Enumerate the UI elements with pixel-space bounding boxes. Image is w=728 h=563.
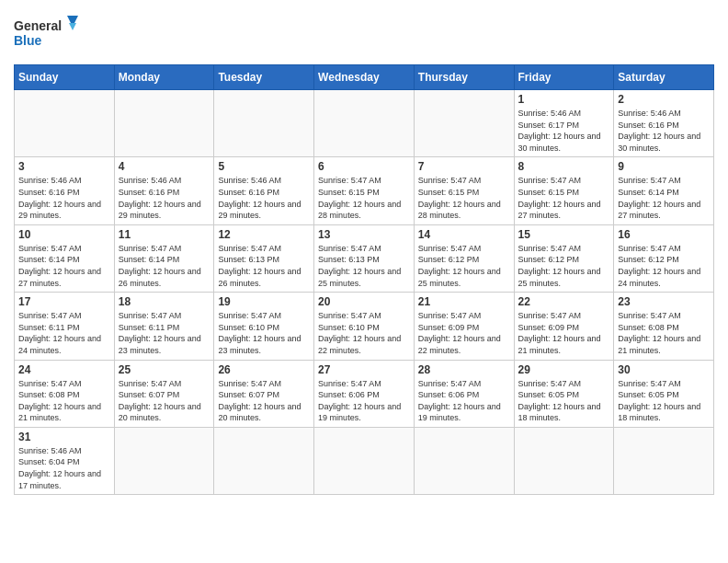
day-info: Sunrise: 5:47 AM Sunset: 6:12 PM Dayligh… [418, 243, 510, 289]
table-row [214, 90, 314, 157]
header-monday: Monday [114, 65, 214, 90]
day-number: 2 [618, 93, 710, 106]
day-info: Sunrise: 5:47 AM Sunset: 6:09 PM Dayligh… [518, 310, 610, 356]
day-info: Sunrise: 5:47 AM Sunset: 6:07 PM Dayligh… [119, 378, 210, 424]
table-row: 10Sunrise: 5:47 AM Sunset: 6:14 PM Dayli… [15, 224, 115, 292]
day-info: Sunrise: 5:47 AM Sunset: 6:06 PM Dayligh… [318, 378, 410, 424]
header-tuesday: Tuesday [214, 65, 314, 90]
calendar-week-row: 1Sunrise: 5:46 AM Sunset: 6:17 PM Daylig… [15, 90, 714, 157]
day-info: Sunrise: 5:47 AM Sunset: 6:13 PM Dayligh… [318, 243, 410, 289]
day-info: Sunrise: 5:47 AM Sunset: 6:06 PM Dayligh… [418, 378, 510, 424]
day-number: 19 [218, 295, 310, 308]
day-number: 3 [18, 160, 110, 173]
table-row: 30Sunrise: 5:47 AM Sunset: 6:05 PM Dayli… [614, 360, 714, 427]
day-number: 1 [518, 93, 610, 106]
table-row: 3Sunrise: 5:46 AM Sunset: 6:16 PM Daylig… [15, 157, 115, 224]
table-row: 23Sunrise: 5:47 AM Sunset: 6:08 PM Dayli… [614, 293, 714, 360]
calendar-week-row: 24Sunrise: 5:47 AM Sunset: 6:08 PM Dayli… [15, 360, 714, 427]
header-sunday: Sunday [15, 65, 115, 90]
table-row: 26Sunrise: 5:47 AM Sunset: 6:07 PM Dayli… [214, 360, 314, 427]
table-row: 31Sunrise: 5:46 AM Sunset: 6:04 PM Dayli… [15, 427, 115, 494]
calendar-table: Sunday Monday Tuesday Wednesday Thursday… [14, 64, 714, 495]
day-info: Sunrise: 5:47 AM Sunset: 6:15 PM Dayligh… [318, 175, 410, 221]
day-number: 8 [518, 160, 610, 173]
header-thursday: Thursday [414, 65, 514, 90]
table-row: 2Sunrise: 5:46 AM Sunset: 6:16 PM Daylig… [614, 90, 714, 157]
table-row: 22Sunrise: 5:47 AM Sunset: 6:09 PM Dayli… [514, 293, 614, 360]
table-row: 5Sunrise: 5:46 AM Sunset: 6:16 PM Daylig… [214, 157, 314, 224]
table-row: 14Sunrise: 5:47 AM Sunset: 6:12 PM Dayli… [414, 224, 514, 292]
day-number: 14 [418, 228, 510, 241]
table-row [414, 90, 514, 157]
day-info: Sunrise: 5:47 AM Sunset: 6:05 PM Dayligh… [618, 378, 710, 424]
day-number: 4 [119, 160, 210, 173]
day-info: Sunrise: 5:47 AM Sunset: 6:14 PM Dayligh… [119, 243, 210, 289]
header-wednesday: Wednesday [314, 65, 415, 90]
day-info: Sunrise: 5:47 AM Sunset: 6:05 PM Dayligh… [518, 378, 610, 424]
day-number: 28 [418, 363, 510, 376]
day-info: Sunrise: 5:47 AM Sunset: 6:13 PM Dayligh… [218, 243, 310, 289]
day-info: Sunrise: 5:47 AM Sunset: 6:14 PM Dayligh… [618, 175, 710, 221]
svg-text:Blue: Blue [14, 33, 42, 48]
table-row: 8Sunrise: 5:47 AM Sunset: 6:15 PM Daylig… [514, 157, 614, 224]
day-info: Sunrise: 5:47 AM Sunset: 6:07 PM Dayligh… [218, 378, 310, 424]
day-number: 10 [18, 228, 110, 241]
day-number: 31 [18, 431, 110, 443]
day-info: Sunrise: 5:47 AM Sunset: 6:12 PM Dayligh… [618, 243, 710, 289]
table-row [314, 427, 415, 494]
table-row: 27Sunrise: 5:47 AM Sunset: 6:06 PM Dayli… [314, 360, 415, 427]
table-row [214, 427, 314, 494]
day-number: 5 [218, 160, 310, 173]
table-row [414, 427, 514, 494]
day-number: 13 [318, 228, 410, 241]
day-info: Sunrise: 5:46 AM Sunset: 6:16 PM Dayligh… [218, 175, 310, 221]
day-info: Sunrise: 5:46 AM Sunset: 6:16 PM Dayligh… [18, 175, 110, 221]
table-row [314, 90, 415, 157]
day-info: Sunrise: 5:47 AM Sunset: 6:09 PM Dayligh… [418, 310, 510, 356]
day-number: 25 [119, 363, 210, 376]
table-row: 12Sunrise: 5:47 AM Sunset: 6:13 PM Dayli… [214, 224, 314, 292]
day-info: Sunrise: 5:47 AM Sunset: 6:11 PM Dayligh… [119, 310, 210, 356]
table-row: 4Sunrise: 5:46 AM Sunset: 6:16 PM Daylig… [114, 157, 214, 224]
header: General Blue [14, 14, 714, 55]
table-row: 24Sunrise: 5:47 AM Sunset: 6:08 PM Dayli… [15, 360, 115, 427]
table-row: 7Sunrise: 5:47 AM Sunset: 6:15 PM Daylig… [414, 157, 514, 224]
day-info: Sunrise: 5:46 AM Sunset: 6:16 PM Dayligh… [119, 175, 210, 221]
table-row [114, 427, 214, 494]
table-row: 29Sunrise: 5:47 AM Sunset: 6:05 PM Dayli… [514, 360, 614, 427]
calendar-week-row: 31Sunrise: 5:46 AM Sunset: 6:04 PM Dayli… [15, 427, 714, 494]
calendar-week-row: 3Sunrise: 5:46 AM Sunset: 6:16 PM Daylig… [15, 157, 714, 224]
day-info: Sunrise: 5:47 AM Sunset: 6:12 PM Dayligh… [518, 243, 610, 289]
svg-text:General: General [14, 18, 62, 33]
logo: General Blue [14, 14, 78, 55]
day-number: 23 [618, 295, 710, 308]
day-number: 30 [618, 363, 710, 376]
svg-marker-3 [69, 23, 76, 30]
day-number: 12 [218, 228, 310, 241]
day-number: 26 [218, 363, 310, 376]
day-info: Sunrise: 5:47 AM Sunset: 6:08 PM Dayligh… [618, 310, 710, 356]
day-info: Sunrise: 5:46 AM Sunset: 6:16 PM Dayligh… [618, 108, 710, 154]
page: General Blue Sunday Monday Tuesday Wedne… [0, 0, 728, 563]
day-number: 11 [119, 228, 210, 241]
day-number: 24 [18, 363, 110, 376]
calendar-week-row: 17Sunrise: 5:47 AM Sunset: 6:11 PM Dayli… [15, 293, 714, 360]
table-row: 1Sunrise: 5:46 AM Sunset: 6:17 PM Daylig… [514, 90, 614, 157]
day-info: Sunrise: 5:46 AM Sunset: 6:04 PM Dayligh… [18, 445, 110, 491]
day-number: 9 [618, 160, 710, 173]
calendar-week-row: 10Sunrise: 5:47 AM Sunset: 6:14 PM Dayli… [15, 224, 714, 292]
day-info: Sunrise: 5:47 AM Sunset: 6:08 PM Dayligh… [18, 378, 110, 424]
table-row [114, 90, 214, 157]
day-info: Sunrise: 5:47 AM Sunset: 6:11 PM Dayligh… [18, 310, 110, 356]
day-info: Sunrise: 5:47 AM Sunset: 6:15 PM Dayligh… [518, 175, 610, 221]
table-row: 11Sunrise: 5:47 AM Sunset: 6:14 PM Dayli… [114, 224, 214, 292]
table-row: 21Sunrise: 5:47 AM Sunset: 6:09 PM Dayli… [414, 293, 514, 360]
weekday-header-row: Sunday Monday Tuesday Wednesday Thursday… [15, 65, 714, 90]
day-number: 27 [318, 363, 410, 376]
table-row [15, 90, 115, 157]
table-row: 18Sunrise: 5:47 AM Sunset: 6:11 PM Dayli… [114, 293, 214, 360]
day-number: 21 [418, 295, 510, 308]
day-info: Sunrise: 5:47 AM Sunset: 6:14 PM Dayligh… [18, 243, 110, 289]
day-info: Sunrise: 5:47 AM Sunset: 6:15 PM Dayligh… [418, 175, 510, 221]
day-number: 18 [119, 295, 210, 308]
